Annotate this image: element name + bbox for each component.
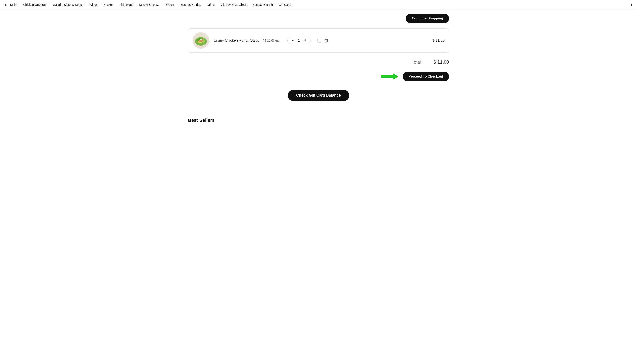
svg-point-10 [200, 39, 202, 40]
continue-shopping-button[interactable]: Continue Shopping [406, 14, 449, 23]
total-amount: $ 11.00 [434, 59, 449, 65]
nav-item-gift-card[interactable]: Gift Card [279, 3, 290, 6]
best-sellers-title: Best Sellers [188, 118, 449, 123]
arrow-indicator [382, 73, 398, 80]
nav-item-burgers-fries[interactable]: Burgers & Fries [180, 3, 201, 6]
quantity-decrease-button[interactable]: − [290, 38, 295, 42]
proceed-to-checkout-button[interactable]: Proceed To Checkout [403, 72, 449, 81]
top-actions: Continue Shopping [188, 14, 449, 23]
svg-point-8 [202, 41, 204, 43]
nav-item-mac-n-cheese[interactable]: Mac N' Cheese [139, 3, 159, 6]
nav-items-container: Melts Chicken On A Bun Salads, Sides & S… [8, 3, 628, 6]
nav-item-sunday-brunch[interactable]: Sunday Brunch [252, 3, 273, 6]
quantity-increase-button[interactable]: + [303, 38, 308, 42]
svg-point-9 [198, 41, 200, 42]
item-details: Crispy Chicken Ranch Salad ( $ 11.00 ea.… [214, 37, 428, 44]
nav-item-wings[interactable]: Wings [90, 3, 98, 6]
nav-item-drinks[interactable]: Drinks [207, 3, 216, 6]
nav-item-all-day-shareables[interactable]: All Day Shareables [221, 3, 246, 6]
item-name: Crispy Chicken Ranch Salad [214, 38, 260, 42]
best-sellers-section: Best Sellers [188, 114, 449, 123]
delete-icon[interactable] [324, 38, 328, 42]
edit-icon[interactable] [318, 38, 322, 42]
nav-item-shakes[interactable]: Shakes [104, 3, 113, 6]
item-actions [318, 38, 328, 42]
quantity-value: 1 [297, 38, 301, 42]
check-gift-card-balance-button[interactable]: Check Gift Card Balance [288, 90, 349, 101]
main-content: Continue Shopping Crispy Chicken Ranch S… [183, 9, 454, 127]
nav-prev-arrow[interactable]: ❮ [2, 3, 8, 6]
total-label: Total [412, 60, 421, 64]
checkout-row: Proceed To Checkout [188, 72, 449, 81]
quantity-controls: − 1 + [287, 37, 311, 44]
nav-item-melts[interactable]: Melts [10, 3, 17, 6]
nav-bar: ❮ Melts Chicken On A Bun Salads, Sides &… [0, 0, 637, 9]
gift-card-section: Check Gift Card Balance [188, 90, 449, 101]
nav-item-salads[interactable]: Salads, Sides & Soups [53, 3, 83, 6]
item-price-each: ( $ 11.00 ea.) [263, 39, 280, 42]
nav-item-kids-menu[interactable]: Kids Menu [119, 3, 133, 6]
nav-next-arrow[interactable]: ❯ [628, 3, 634, 6]
nav-item-sliders[interactable]: Sliders [166, 3, 174, 6]
svg-point-5 [201, 39, 203, 41]
item-image [192, 32, 209, 49]
order-summary: Total $ 11.00 [188, 57, 449, 68]
item-total: $ 11.00 [432, 38, 444, 42]
nav-item-chicken-on-a-bun[interactable]: Chicken On A Bun [23, 3, 47, 6]
svg-marker-11 [382, 74, 398, 80]
cart-item: Crispy Chicken Ranch Salad ( $ 11.00 ea.… [188, 28, 449, 52]
